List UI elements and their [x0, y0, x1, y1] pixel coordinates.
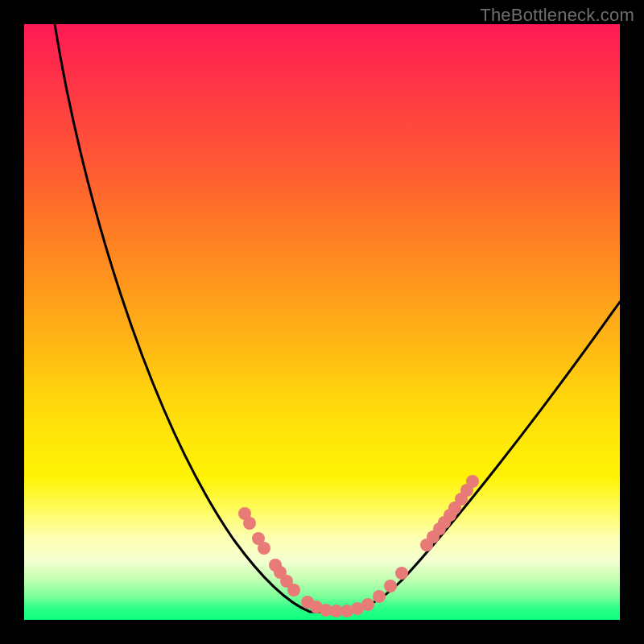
data-point-right-cluster-1: [395, 567, 408, 580]
data-point-right-start-2: [384, 580, 397, 592]
chart-frame: TheBottleneck.com: [0, 0, 644, 644]
data-points: [238, 475, 479, 617]
left-curve: [55, 24, 342, 612]
curve-layer: [24, 24, 620, 620]
watermark-text: TheBottleneck.com: [480, 5, 634, 26]
data-point-left-cluster-8: [287, 584, 300, 597]
data-point-trough-7: [361, 598, 374, 611]
data-point-right-start-1: [373, 590, 386, 603]
data-point-left-cluster-2: [243, 517, 256, 530]
plot-area: [24, 24, 620, 620]
right-curve: [342, 302, 620, 612]
data-point-left-cluster-4: [258, 542, 270, 555]
data-point-right-cluster-10: [466, 475, 479, 488]
